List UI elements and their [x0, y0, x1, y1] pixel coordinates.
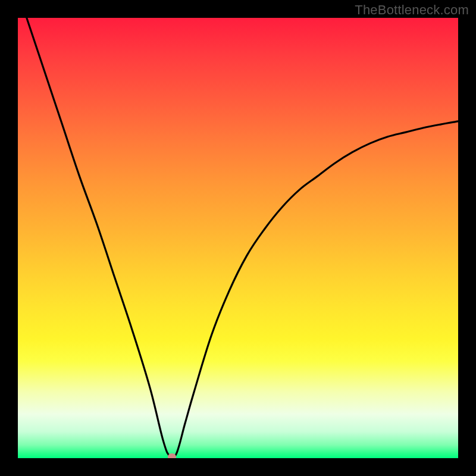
watermark-text: TheBottleneck.com	[355, 2, 469, 18]
curve-layer	[18, 18, 458, 458]
bottleneck-curve	[27, 18, 458, 458]
chart-container: TheBottleneck.com	[0, 0, 476, 476]
optimal-point-marker	[168, 453, 176, 458]
plot-area	[18, 18, 458, 458]
